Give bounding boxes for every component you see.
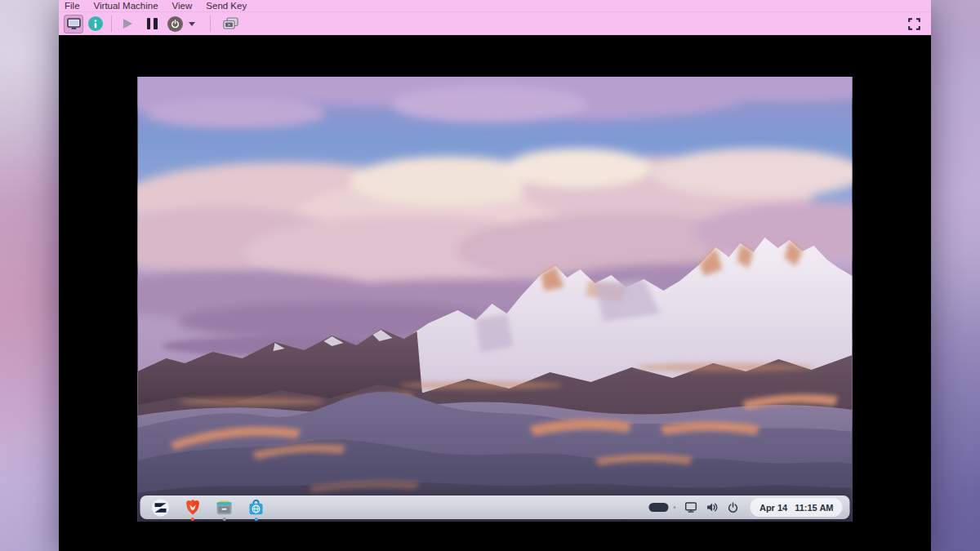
- software-store-launcher[interactable]: [247, 498, 266, 518]
- menu-file[interactable]: File: [65, 1, 80, 11]
- fullscreen-icon: [908, 18, 920, 30]
- power-icon: [728, 502, 739, 513]
- dock: [151, 498, 266, 518]
- software-store-icon: [247, 499, 265, 517]
- menu-view[interactable]: View: [172, 1, 193, 11]
- show-graphical-console-button[interactable]: [64, 15, 83, 33]
- guest-screen[interactable]: Apr 14 11:15 AM: [138, 77, 853, 522]
- zorin-menu-icon: [151, 498, 171, 518]
- virtual-display-icon: [67, 18, 81, 30]
- files-icon: [216, 499, 234, 517]
- display-icon: [684, 501, 697, 513]
- files-launcher[interactable]: [215, 498, 234, 518]
- guest-taskbar: Apr 14 11:15 AM: [140, 495, 850, 519]
- brave-browser-icon: [184, 498, 201, 517]
- toolbar: [59, 12, 931, 35]
- volume-button[interactable]: [706, 501, 719, 514]
- shutdown-button[interactable]: [165, 15, 185, 33]
- menu-virtual-machine[interactable]: Virtual Machine: [94, 1, 158, 11]
- clock-time: 11:15 AM: [795, 503, 833, 513]
- chevron-down-icon: [189, 22, 195, 26]
- running-indicator-dot: [191, 518, 194, 521]
- system-tray: Apr 14 11:15 AM: [648, 498, 842, 517]
- vm-viewer-window: File Virtual Machine View Send Key: [59, 0, 931, 551]
- brave-browser-launcher[interactable]: [183, 498, 203, 518]
- battery-indicator[interactable]: [648, 503, 676, 512]
- guest-wallpaper: [138, 77, 853, 522]
- info-icon: [88, 16, 103, 31]
- vm-display[interactable]: Apr 14 11:15 AM: [59, 35, 931, 551]
- play-icon: [123, 19, 132, 29]
- toolbar-separator: [210, 16, 211, 32]
- running-indicator-dot: [255, 518, 258, 521]
- snapshots-icon: [223, 17, 238, 30]
- clock-date: Apr 14: [760, 503, 787, 513]
- snapshots-button[interactable]: [220, 15, 240, 33]
- toolbar-separator: [111, 16, 112, 32]
- host-desktop: { "window": { "menubar": { "items": [ { …: [0, 0, 980, 551]
- battery-dot: [673, 506, 676, 509]
- battery-icon: [648, 503, 668, 512]
- pause-button[interactable]: [142, 15, 162, 33]
- run-button[interactable]: [118, 15, 137, 33]
- fullscreen-button[interactable]: [904, 15, 924, 33]
- power-icon: [167, 16, 183, 32]
- pause-icon: [147, 18, 158, 29]
- clock[interactable]: Apr 14 11:15 AM: [751, 498, 843, 517]
- power-menu-button[interactable]: [727, 501, 740, 514]
- menu-send-key[interactable]: Send Key: [206, 1, 247, 11]
- display-settings-button[interactable]: [684, 501, 697, 514]
- menubar: File Virtual Machine View Send Key: [59, 0, 931, 12]
- show-hardware-details-button[interactable]: [86, 15, 105, 33]
- volume-icon: [706, 501, 718, 513]
- zorin-menu-button[interactable]: [151, 498, 171, 518]
- running-indicator-dot: [223, 518, 226, 521]
- shutdown-menu-button[interactable]: [185, 15, 198, 33]
